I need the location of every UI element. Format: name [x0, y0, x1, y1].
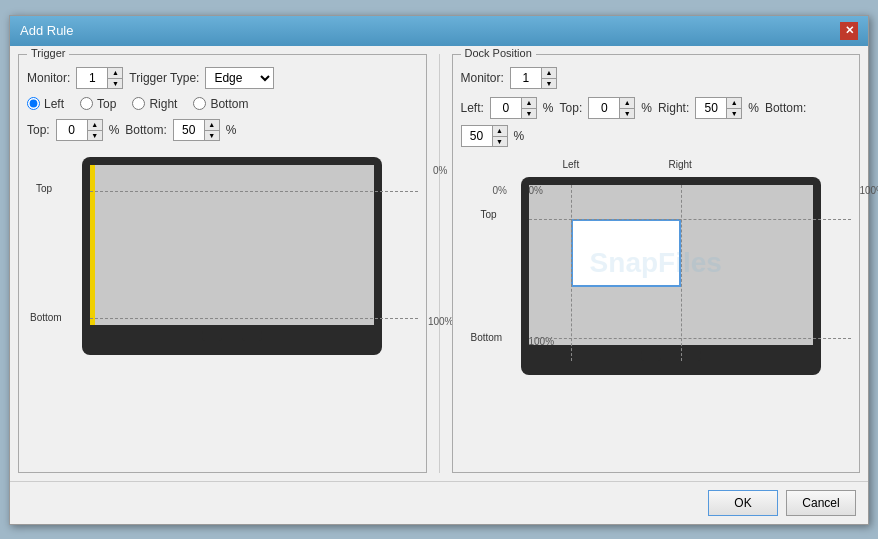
trigger-pct-0-label: 0%	[433, 165, 447, 176]
trigger-tv-outer	[82, 157, 382, 355]
trigger-sub-row: Top: ▲ ▼ % Bottom: ▲ ▼ %	[27, 119, 418, 141]
trigger-monitor-up[interactable]: ▲	[108, 68, 122, 78]
dock-right-label: Right:	[658, 101, 689, 115]
dock-monitor-label: Monitor:	[461, 71, 504, 85]
trigger-top-up[interactable]: ▲	[88, 120, 102, 130]
dock-h-100-label: 100%	[859, 185, 878, 196]
trigger-title: Trigger	[27, 47, 69, 59]
dock-col-right-label: Right	[669, 159, 692, 170]
dock-guide-top	[529, 219, 852, 220]
dialog-footer: OK Cancel	[10, 481, 868, 524]
dock-left-pct: %	[543, 101, 554, 115]
dock-bottom-input[interactable]	[462, 126, 492, 146]
trigger-monitor-spinner-buttons: ▲ ▼	[107, 68, 122, 88]
radio-top[interactable]: Top	[80, 97, 116, 111]
dock-v-0-label: 0%	[529, 185, 543, 196]
tv-stand-left	[202, 327, 262, 335]
dock-monitor-input[interactable]	[511, 68, 541, 88]
dock-row-bottom-label: Bottom	[471, 332, 503, 343]
trigger-bottom-down[interactable]: ▼	[205, 130, 219, 140]
trigger-monitor-spinner[interactable]: ▲ ▼	[76, 67, 123, 89]
panel-separator	[439, 54, 440, 473]
trigger-type-select[interactable]: Edge Hotkey Always	[205, 67, 274, 89]
dock-monitor-display: Left Right Top Bottom 0% 100% 0% 100%	[521, 177, 852, 375]
dock-h-0-label: 0%	[493, 185, 507, 196]
radio-right-label: Right	[149, 97, 177, 111]
dock-left-up[interactable]: ▲	[522, 98, 536, 108]
trigger-tv-screen	[90, 165, 374, 325]
dock-monitor-row: Monitor: ▲ ▼	[461, 67, 852, 89]
trigger-monitor-down[interactable]: ▼	[108, 78, 122, 88]
dock-bottom-pct: %	[514, 129, 525, 143]
dock-top-spinner[interactable]: ▲ ▼	[588, 97, 635, 119]
dock-guide-bottom	[529, 338, 852, 339]
radio-right[interactable]: Right	[132, 97, 177, 111]
trigger-bottom-up[interactable]: ▲	[205, 120, 219, 130]
trigger-top-label: Top:	[27, 123, 50, 137]
trigger-top-spinner[interactable]: ▲ ▼	[56, 119, 103, 141]
dock-col-left-label: Left	[563, 159, 580, 170]
dock-right-pct: %	[748, 101, 759, 115]
dock-panel: Dock Position Monitor: ▲ ▼ Left:	[452, 54, 861, 473]
dock-bottom-spinner[interactable]: ▲ ▼	[461, 125, 508, 147]
radio-left[interactable]: Left	[27, 97, 64, 111]
trigger-top-line	[90, 191, 418, 192]
dock-position-row: Left: ▲ ▼ % Top: ▲ ▼ %	[461, 97, 852, 147]
trigger-bottom-input[interactable]	[174, 120, 204, 140]
dock-top-pct: %	[641, 101, 652, 115]
trigger-monitor-display: 0% 100% Top Bottom	[82, 157, 418, 355]
radio-bottom-label: Bottom	[210, 97, 248, 111]
monitor-label: Monitor:	[27, 71, 70, 85]
dock-left-down[interactable]: ▼	[522, 108, 536, 118]
dock-monitor-down[interactable]: ▼	[542, 78, 556, 88]
trigger-bottom-pct: %	[226, 123, 237, 137]
trigger-top-down[interactable]: ▼	[88, 130, 102, 140]
dialog-title: Add Rule	[20, 23, 73, 38]
close-button[interactable]: ✕	[840, 22, 858, 40]
dock-monitor-up[interactable]: ▲	[542, 68, 556, 78]
trigger-monitor-input[interactable]	[77, 68, 107, 88]
dock-bottom-down[interactable]: ▼	[493, 136, 507, 146]
dock-left-spinner[interactable]: ▲ ▼	[490, 97, 537, 119]
trigger-pct-100-label: 100%	[428, 316, 454, 327]
dock-right-spinner[interactable]: ▲ ▼	[695, 97, 742, 119]
dock-position-rect	[571, 219, 681, 287]
trigger-radio-row: Left Top Right Bottom	[27, 97, 418, 111]
trigger-top-input[interactable]	[57, 120, 87, 140]
dock-left-input[interactable]	[491, 98, 521, 118]
dock-right-up[interactable]: ▲	[727, 98, 741, 108]
trigger-type-label: Trigger Type:	[129, 71, 199, 85]
radio-bottom[interactable]: Bottom	[193, 97, 248, 111]
dock-row-top-label: Top	[481, 209, 497, 220]
tv-stand-right	[641, 347, 701, 355]
dock-bottom-up[interactable]: ▲	[493, 126, 507, 136]
tv-feet-left	[192, 335, 272, 341]
trigger-bottom-line	[90, 318, 418, 319]
trigger-bottom-row-label: Bottom	[30, 312, 62, 323]
dock-right-input[interactable]	[696, 98, 726, 118]
dock-right-down[interactable]: ▼	[727, 108, 741, 118]
dock-tv-outer	[521, 177, 821, 375]
trigger-top-pct: %	[109, 123, 120, 137]
ok-button[interactable]: OK	[708, 490, 778, 516]
trigger-bottom-label: Bottom:	[125, 123, 166, 137]
trigger-top-row-label: Top	[36, 183, 52, 194]
trigger-bottom-spinner[interactable]: ▲ ▼	[173, 119, 220, 141]
title-bar: Add Rule ✕	[10, 16, 868, 46]
dock-bottom-label: Bottom:	[765, 101, 806, 115]
dock-monitor-spinner[interactable]: ▲ ▼	[510, 67, 557, 89]
dock-left-label: Left:	[461, 101, 484, 115]
cancel-button[interactable]: Cancel	[786, 490, 856, 516]
edge-indicator	[90, 165, 95, 325]
dock-guide-left	[571, 185, 572, 361]
tv-feet-right	[631, 355, 711, 361]
radio-left-label: Left	[44, 97, 64, 111]
dock-top-label: Top:	[560, 101, 583, 115]
dock-top-down[interactable]: ▼	[620, 108, 634, 118]
dock-title: Dock Position	[461, 47, 536, 59]
trigger-top-row: Monitor: ▲ ▼ Trigger Type: Edge Hotkey A…	[27, 67, 418, 89]
dock-top-up[interactable]: ▲	[620, 98, 634, 108]
radio-top-label: Top	[97, 97, 116, 111]
dock-top-input[interactable]	[589, 98, 619, 118]
dock-guide-right	[681, 185, 682, 361]
